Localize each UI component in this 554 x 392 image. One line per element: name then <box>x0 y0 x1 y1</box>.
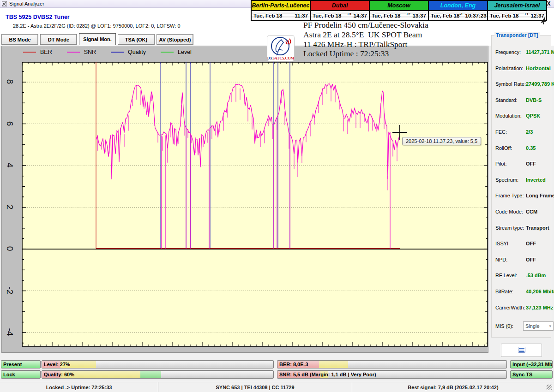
mis-dropdown[interactable]: Single ▾ <box>523 321 554 331</box>
level-bar: Level: 27% <box>42 360 274 368</box>
field-value: 40,206 Mbit/s <box>526 289 554 294</box>
field-value: 0.35 <box>526 145 536 151</box>
y-axis-tick-label: 6 <box>5 117 15 131</box>
bar-label: Level: 27% <box>44 362 70 367</box>
clock-dubai: DubaiTue, Feb 18+314:37 <box>310 1 369 20</box>
statusbar-section-0: Locked -> Uptime: 72:25:33 <box>0 382 158 392</box>
stream-list-button[interactable] <box>501 344 542 357</box>
transponder-row-spectrum-: Spectrum:Inverted <box>495 177 549 183</box>
clock-time-row: Tue, Feb 18+112:37 <box>488 11 546 20</box>
lock-indicator: Lock <box>1 370 41 379</box>
close-icon[interactable]: X <box>545 0 552 7</box>
legend-label: SNR <box>84 49 96 55</box>
field-label: NPD: <box>495 257 507 262</box>
clock-date: Tue, Feb 18 <box>372 13 400 18</box>
field-value: OFF <box>526 257 536 262</box>
transponder-row-frame-type-: Frame Type:Long Frame <box>495 193 549 199</box>
bar-label: Input (~32,31 Mbps) <box>512 362 553 367</box>
tuner-subtitle: 28.2E - Astra 2E/2F/2G (ID: 0282) @ LOF1… <box>13 23 181 29</box>
legend-item-level: Level <box>161 49 192 55</box>
clock-date: Tue, Feb 18 <box>490 13 518 18</box>
dxsatcs-logo: DXSATCS.COM <box>267 35 295 63</box>
clock-utc-offset: -1 <box>459 12 463 16</box>
quality-bar: Quality: 60% <box>42 370 274 379</box>
clock-time: 13:37 <box>413 13 426 18</box>
tuner-title: TBS 5925 DVBS2 Tuner <box>6 14 70 20</box>
bar-label: BER: 8,0E-3 <box>279 362 308 367</box>
chart-legend: BERSNRQualityLevel <box>23 49 192 55</box>
transponder-row-fec-: FEC:2/3 <box>495 129 549 135</box>
ber-bar: BER: 8,0E-3 <box>277 360 507 368</box>
app-icon <box>2 1 7 6</box>
legend-label: Level <box>178 49 192 55</box>
tab-dt-mode[interactable]: DT Mode <box>40 34 77 45</box>
field-label: Polarization: <box>495 65 524 71</box>
field-value: 27499,789 KS/s <box>526 81 554 87</box>
tab-bs-mode[interactable]: BS Mode <box>1 34 38 45</box>
tab-tsa-ok-[interactable]: TSA (OK) <box>118 34 155 45</box>
transponder-row-rolloff-: RollOff:0.35 <box>495 145 549 151</box>
annotation-caption: PF Prodelin 450 cm/Lučenec-Slovakia Astr… <box>303 20 428 59</box>
field-label: Standard: <box>495 97 518 103</box>
tab-av-stopped-[interactable]: AV (Stopped) <box>157 34 193 45</box>
transponder-row-modulation-: Modulation:QPSK <box>495 113 549 119</box>
signal-chart-plot[interactable] <box>22 62 488 347</box>
transponder-row-polarization-: Polarization:Horizontal <box>495 65 549 71</box>
mode-tabs: BS ModeDT ModeSignal Mon.TSA (OK)AV (Sto… <box>1 34 193 45</box>
transponder-row-code-mode-: Code Mode:CCM <box>495 209 549 215</box>
field-label: Frame Type: <box>495 193 524 198</box>
y-axis-tick-label: -2 <box>5 284 15 297</box>
status-bar: Locked -> Uptime: 72:25:33SYNC 653 | TEI… <box>0 382 554 392</box>
transponder-row-frequency-: Frequency:11427,371 MHz <box>495 49 549 55</box>
field-value: QPSK <box>526 113 540 119</box>
transponder-row-issyi: ISSYIOFF <box>495 241 549 247</box>
bar-label: Present <box>3 362 22 367</box>
bar-segment-yellow <box>319 361 348 368</box>
transponder-panel-title: Transponder [DT] <box>494 32 540 38</box>
transponder-panel: Transponder [DT] Frequency:11427,371 MHz… <box>491 35 551 338</box>
clock-time-row: Tue, Feb 18-110:37:23 <box>429 11 487 20</box>
snr-bar: SNR: 5,5 dB (Margin: 1,1 dB | Very Poor) <box>277 370 507 379</box>
clock-london-eng: London, EngTue, Feb 18-110:37:23 <box>428 1 487 20</box>
clock-time-row: Tue, Feb 18+314:37 <box>311 11 369 20</box>
clock-utc-offset: +2 <box>406 12 410 16</box>
legend-swatch <box>111 52 124 53</box>
world-clocks-widget[interactable]: Berlin-Paris-LučenecTue, Feb 1811:37Duba… <box>251 0 547 21</box>
bar-label: Sync TS <box>512 372 532 377</box>
transponder-row-stream-type-: Stream type:Transport <box>495 225 549 231</box>
clock-city-label: Moscow <box>370 1 428 11</box>
clock-berlin-paris-lu-enec: Berlin-Paris-LučenecTue, Feb 1811:37 <box>252 1 310 20</box>
present-indicator: Present <box>1 360 41 368</box>
statusbar-section-1: SYNC 653 | TEI 44308 | CC 11729 <box>158 382 352 392</box>
field-label: ISSYI <box>495 241 508 246</box>
clock-date: Tue, Feb 18 <box>253 13 282 18</box>
clock-utc-offset: +3 <box>347 12 351 16</box>
resize-grip-icon[interactable] <box>547 385 552 390</box>
tab-signal-mon-[interactable]: Signal Mon. <box>79 33 116 45</box>
field-label: Modulation: <box>495 113 522 119</box>
field-value: -53 dBm <box>526 273 546 278</box>
clock-utc-offset: +1 <box>524 12 528 16</box>
field-value: OFF <box>526 241 536 246</box>
signal-chart-panel: BERSNRQualityLevel 86420-2-4 <box>1 46 488 353</box>
field-value: Horizontal <box>526 65 551 71</box>
legend-swatch <box>161 52 174 53</box>
clock-time-row: Tue, Feb 18+213:37 <box>370 11 428 20</box>
sync-ts-indicator: Sync TS <box>510 370 553 379</box>
chart-tooltip: 2025-02-18 11.37.23, value: 5,5 <box>402 137 481 145</box>
legend-item-snr: SNR <box>67 49 96 55</box>
field-label: RollOff: <box>495 145 512 151</box>
field-label: Pilot: <box>495 161 506 166</box>
field-label: RF Level: <box>495 273 517 278</box>
stream-list-icon <box>518 346 525 355</box>
clock-date: Tue, Feb 18 <box>431 13 459 18</box>
field-value: 2/3 <box>526 129 533 135</box>
y-axis-tick-label: 0 <box>5 242 15 255</box>
transponder-row-pilot-: Pilot:OFF <box>495 161 549 167</box>
legend-item-quality: Quality <box>111 49 146 55</box>
clock-city-label: Dubai <box>311 1 369 11</box>
field-label: Spectrum: <box>495 177 518 183</box>
field-value: 37,123 MHz <box>526 305 553 310</box>
field-value: OFF <box>526 161 536 166</box>
field-value: CCM <box>526 209 537 214</box>
